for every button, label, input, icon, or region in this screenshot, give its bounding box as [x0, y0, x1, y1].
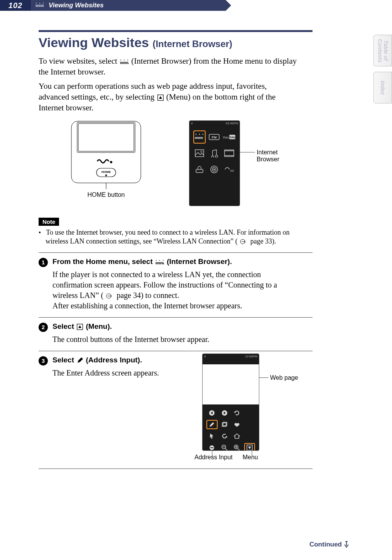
- browser-pointer-icon: [206, 431, 218, 441]
- side-tab-toc[interactable]: Table of Contents: [373, 35, 392, 66]
- browser-menu-down-icon: [244, 443, 255, 451]
- browser-back-icon: [206, 408, 218, 418]
- browser-empty-3: [244, 431, 255, 441]
- browser-zoom-in-icon: [231, 443, 243, 451]
- diagrams-row: HOME HOME button II03:46PM www FM: [69, 120, 297, 206]
- step-3: 3 Select (Address Input).: [39, 356, 193, 365]
- svg-point-6: [124, 60, 125, 61]
- svg-point-7: [127, 60, 128, 61]
- svg-rect-10: [71, 121, 141, 183]
- browser-stop-icon: [206, 443, 218, 451]
- browser-empty-2: [244, 420, 255, 429]
- home-screen: II03:46PM www FM YouTube: [189, 120, 240, 206]
- svg-text:Tube: Tube: [229, 136, 235, 139]
- web-page-area: [203, 364, 259, 404]
- separator: [39, 252, 313, 253]
- status-bar: II03:46PM: [189, 121, 240, 126]
- page-title: Viewing Websites (Internet Browser): [39, 35, 297, 50]
- svg-marker-50: [234, 412, 236, 413]
- home-screen-diagram: II03:46PM www FM YouTube: [189, 120, 297, 206]
- svg-point-13: [110, 161, 112, 163]
- header-section-title: Viewing Websites: [49, 2, 104, 9]
- svg-text:You: You: [223, 135, 228, 139]
- browser-home-icon: [231, 431, 243, 441]
- step-3-body: The Enter Address screen appears.: [52, 368, 193, 378]
- svg-marker-54: [234, 434, 240, 438]
- note-pageref: page 33).: [250, 237, 276, 245]
- s1-body-ref: page 34) to connect.: [117, 291, 179, 299]
- player-diagram: HOME HOME button: [69, 120, 143, 198]
- svg-text:FM: FM: [212, 135, 217, 139]
- home-button-caption: HOME button: [69, 191, 143, 198]
- browser-empty-1: [244, 408, 255, 418]
- separator: [39, 317, 313, 318]
- home-www-icon: www: [193, 130, 206, 144]
- svg-marker-17: [105, 175, 107, 177]
- svg-rect-11: [77, 122, 135, 152]
- separator: [39, 351, 313, 351]
- browser-reload-icon: [231, 408, 243, 418]
- svg-text:www: www: [155, 261, 164, 265]
- browser-favorite-icon: [231, 420, 243, 429]
- continued-text: Continued: [309, 541, 342, 548]
- s3-head-b: (Address Input).: [86, 356, 142, 364]
- separator: [39, 469, 313, 469]
- browser-history-icon: [219, 420, 230, 429]
- svg-rect-33: [196, 169, 203, 173]
- step-2: 2 Select (Menu).: [39, 322, 297, 332]
- step-2-body: The control buttons of the Internet brow…: [52, 334, 297, 345]
- annotation-line: [240, 152, 255, 152]
- side-tab-index[interactable]: Index: [373, 72, 392, 103]
- status-bar-2: II12:00PM: [203, 354, 259, 359]
- bottom-annotation-lines: [200, 451, 269, 466]
- browser-zoom-out-icon: [219, 443, 230, 451]
- step-3-head: Select (Address Input).: [52, 356, 142, 364]
- browser-address-input-icon: [206, 420, 218, 429]
- home-settings-icon: [193, 163, 206, 176]
- svg-line-61: [238, 448, 240, 450]
- svg-point-20: [196, 134, 196, 135]
- s3-head-a: Select: [52, 356, 76, 364]
- title-sub: (Internet Browser): [152, 39, 232, 49]
- svg-point-3: [43, 3, 44, 3]
- step-1-body: If the player is not connected to a wire…: [52, 269, 297, 311]
- www-header-icon: www: [35, 2, 44, 8]
- home-video-icon: [223, 147, 236, 160]
- svg-point-22: [203, 134, 203, 135]
- header-chevron: [226, 0, 231, 11]
- svg-point-5: [120, 60, 121, 61]
- home-fm-icon: FM: [208, 130, 220, 144]
- home-music-icon: [208, 147, 220, 160]
- web-page-label: Web page: [270, 374, 298, 381]
- home-podcast-icon: [208, 163, 220, 176]
- pointer-ref-icon: [105, 293, 115, 299]
- svg-point-21: [199, 134, 200, 135]
- browser-screen: II12:00PM: [202, 354, 259, 451]
- s1-head-a: From the Home menu, select: [52, 257, 155, 266]
- s2-head-a: Select: [52, 322, 76, 330]
- note-list: To use the Internet browser, you need to…: [39, 228, 297, 246]
- menu-up-icon: [76, 324, 84, 330]
- svg-text:www: www: [194, 136, 203, 140]
- svg-rect-12: [78, 124, 134, 151]
- svg-marker-53: [225, 436, 228, 437]
- pointer-ref-icon: [239, 239, 248, 244]
- side-tabs: Table of Contents Index: [373, 35, 392, 109]
- title-main: Viewing Websites: [39, 35, 149, 50]
- page-content: Viewing Websites (Internet Browser) To v…: [0, 11, 340, 485]
- www-icon: www: [119, 59, 129, 65]
- s2-head-b: (Menu).: [86, 322, 112, 330]
- svg-line-58: [225, 448, 227, 450]
- www-icon: www: [155, 260, 165, 265]
- player-svg: HOME: [69, 120, 143, 190]
- svg-marker-9: [159, 96, 162, 99]
- note-item: To use the Internet browser, you need to…: [39, 228, 297, 246]
- step-1-head: From the Home menu, select www (Internet…: [52, 257, 232, 266]
- browser-forward-icon: [219, 408, 230, 418]
- svg-rect-28: [195, 150, 204, 157]
- pencil-icon: [76, 357, 84, 364]
- intro-para-2: You can perform operations such as web p…: [39, 81, 297, 113]
- svg-text:NC: NC: [230, 169, 234, 172]
- continued-label: Continued: [309, 541, 350, 548]
- svg-marker-45: [78, 325, 81, 328]
